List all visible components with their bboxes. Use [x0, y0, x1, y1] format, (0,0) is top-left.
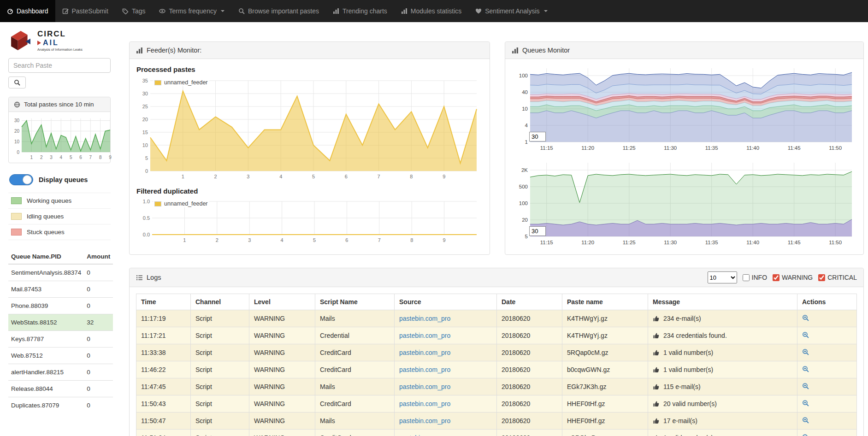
queue-name: Phone.88039	[8, 298, 84, 314]
nav-label: Browse important pastes	[248, 7, 319, 15]
svg-text:11:50: 11:50	[829, 145, 842, 151]
svg-text:1: 1	[525, 139, 528, 145]
legend-label: Working queues	[27, 197, 71, 204]
queue-row[interactable]: WebStats.88152 32	[8, 314, 113, 331]
roll-period-input[interactable]	[529, 226, 546, 236]
log-channel: Script	[191, 361, 249, 378]
page-size-select[interactable]: 10	[708, 271, 737, 283]
log-level: WARNING	[249, 378, 315, 395]
svg-text:4: 4	[525, 123, 528, 128]
svg-text:6: 6	[345, 237, 348, 243]
search-paste-input[interactable]	[8, 58, 111, 73]
nav-item-dashboard[interactable]: Dashboard	[0, 0, 55, 22]
queue-row[interactable]: Mail.87453 0	[8, 281, 113, 298]
display-queues-label: Display queues	[39, 176, 88, 183]
view-paste-button[interactable]	[802, 315, 809, 323]
svg-text:3: 3	[248, 237, 251, 243]
nav-item-sentiment-analysis[interactable]: Sentiment Analysis	[468, 0, 554, 22]
log-filter[interactable]: INFO	[743, 274, 767, 281]
view-paste-button[interactable]	[802, 401, 809, 408]
total-pastes-header: Total pastes since 10 min	[9, 97, 110, 112]
queue-row[interactable]: Web.87512 0	[8, 348, 113, 364]
log-date: 20180620	[497, 430, 562, 436]
view-paste-button[interactable]	[802, 418, 809, 425]
display-queues-toggle[interactable]	[9, 174, 33, 185]
view-paste-button[interactable]	[802, 332, 809, 340]
log-filter[interactable]: WARNING	[773, 274, 813, 281]
legend-label: Idling queues	[27, 213, 64, 220]
svg-text:11:35: 11:35	[705, 240, 718, 245]
svg-text:7: 7	[378, 174, 380, 179]
thumbs-up-icon	[653, 332, 660, 339]
queue-row[interactable]: Release.88044 0	[8, 381, 113, 397]
view-paste-button[interactable]	[802, 349, 809, 357]
log-filter[interactable]: CRITICAL	[818, 274, 857, 281]
source-link[interactable]: pastebin.com_pro	[399, 332, 450, 339]
log-filter-checkbox[interactable]	[818, 274, 825, 281]
source-link[interactable]: pastebin.com_pro	[399, 417, 450, 424]
log-row: 11:46:22 Script WARNING CreditCard paste…	[136, 361, 857, 378]
log-filter-checkbox[interactable]	[743, 274, 750, 281]
source-link[interactable]: pastebin.com_pro	[399, 349, 450, 356]
log-row: 11:50:47 Script WARNING Mails pastebin.c…	[136, 412, 857, 430]
log-source: pastebin.com_pro	[395, 361, 497, 378]
queues-monitor-title: Queues Monitor	[522, 47, 570, 54]
log-actions	[797, 344, 857, 361]
source-link[interactable]: pastebin.com_pro	[399, 400, 450, 407]
nav-item-pastesubmit[interactable]: PasteSubmit	[55, 0, 115, 22]
svg-text:11:45: 11:45	[788, 145, 801, 151]
view-paste-button[interactable]	[802, 366, 809, 374]
queue-row[interactable]: Keys.87787 0	[8, 331, 113, 348]
logs-column-header: Actions	[797, 294, 857, 310]
nav-item-modules-statistics[interactable]: Modules statistics	[394, 0, 468, 22]
logo-subtitle: Analysis of Information Leaks	[37, 47, 83, 52]
log-script-name: Mails	[315, 310, 395, 327]
svg-text:5: 5	[525, 234, 528, 239]
source-link[interactable]: pastebin.com_pro	[399, 315, 450, 322]
log-message: 1 valid number(s)	[648, 430, 797, 436]
legend-item: Working queues	[8, 193, 111, 208]
svg-text:11:40: 11:40	[746, 240, 759, 245]
total-pastes-chart: 0102030123456789	[10, 116, 109, 161]
logs-column-header: Time	[136, 294, 191, 310]
nav-item-tags[interactable]: Tags	[115, 0, 153, 22]
queue-name: Keys.87787	[8, 331, 84, 348]
search-button[interactable]	[8, 77, 26, 88]
source-link[interactable]: pastebin.com_pro	[399, 383, 450, 390]
source-link[interactable]: pastebin.com_pro	[399, 434, 450, 436]
nav-item-trending-charts[interactable]: Trending charts	[326, 0, 394, 22]
queue-amount: 0	[84, 348, 113, 364]
roll-period-input[interactable]	[529, 132, 546, 141]
legend-color-swatch	[154, 201, 161, 206]
svg-text:20: 20	[14, 129, 20, 134]
log-level: WARNING	[249, 395, 315, 412]
queue-name: Duplicates.87079	[8, 397, 84, 414]
queue-name: WebStats.88152	[8, 314, 84, 331]
queue-row[interactable]: alertHandler.88215 0	[8, 364, 113, 381]
thumbs-up-icon	[653, 366, 660, 373]
queue-row[interactable]: Phone.88039 0	[8, 298, 113, 314]
view-paste-button[interactable]	[802, 383, 809, 391]
log-script-name: Mails	[315, 378, 395, 395]
legend-color-swatch	[154, 80, 161, 85]
svg-text:11:30: 11:30	[664, 145, 677, 151]
legend-label: unnamed_feeder	[164, 200, 208, 207]
log-date: 20180620	[497, 310, 562, 327]
queue-row[interactable]: SentimentAnalysis.88374 0	[8, 264, 113, 281]
svg-text:2: 2	[216, 237, 218, 243]
log-filter-checkbox[interactable]	[773, 274, 779, 281]
nav-item-terms-frequency[interactable]: Terms frequency	[152, 0, 231, 22]
log-channel: Script	[191, 344, 249, 361]
thumbs-up-icon	[653, 435, 660, 436]
chevron-down-icon	[221, 10, 224, 12]
logo-triangle-icon	[37, 41, 41, 45]
nav-label: Terms frequency	[169, 7, 216, 15]
nav-label: Tags	[132, 7, 146, 15]
source-link[interactable]: pastebin.com_pro	[399, 366, 450, 373]
nav-item-browse-important-pastes[interactable]: Browse important pastes	[231, 0, 326, 22]
svg-text:30: 30	[14, 118, 20, 123]
log-row: 11:50:43 Script WARNING CreditCard paste…	[136, 395, 857, 412]
log-paste-name: b0cqwGWN.gz	[562, 361, 648, 378]
legend-color-swatch	[11, 197, 22, 204]
queue-row[interactable]: Duplicates.87079 0	[8, 397, 113, 414]
